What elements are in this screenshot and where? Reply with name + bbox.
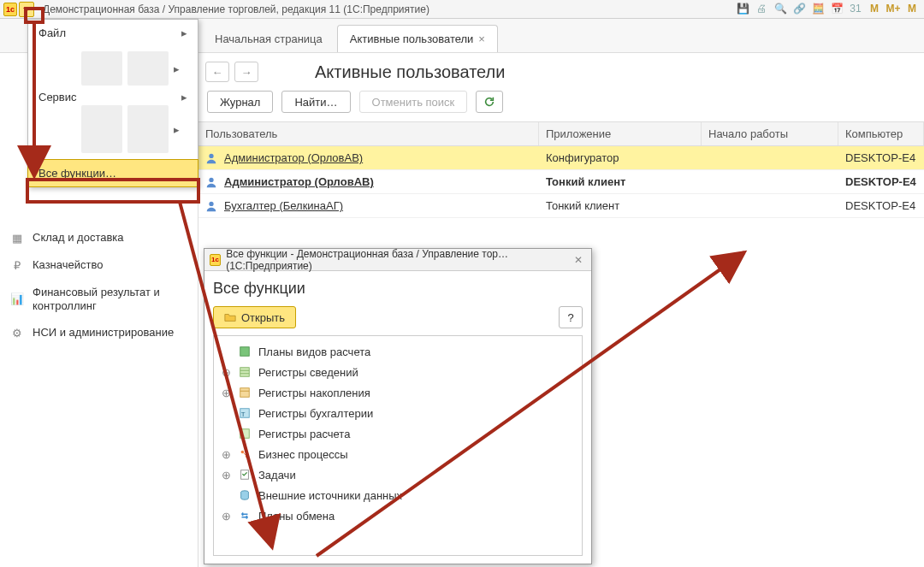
accounting-register-icon: T <box>238 406 252 420</box>
expand-icon[interactable]: ⊕ <box>221 448 231 461</box>
col-app[interactable]: Приложение <box>539 122 702 145</box>
tree-node[interactable]: T Регистры бухгалтерии <box>216 403 580 423</box>
exchange-plan-icon <box>238 509 252 523</box>
sidebar-item-warehouse[interactable]: ▦ Склад и доставка <box>0 224 198 251</box>
help-button[interactable]: ? <box>559 306 583 328</box>
tree-node-label: Регистры бухгалтерии <box>258 407 373 420</box>
tree-node[interactable]: Планы видов расчета <box>216 341 580 362</box>
user-icon <box>205 176 217 188</box>
cell-computer: DESKTOP-E4 <box>838 195 924 216</box>
m-icon[interactable]: M <box>868 2 881 15</box>
bizproc-icon <box>238 447 252 461</box>
calc-plan-icon <box>238 345 252 358</box>
col-user[interactable]: Пользователь <box>198 122 539 145</box>
submenu-arrow-icon: ▸ <box>174 123 180 136</box>
gear-icon: ⚙ <box>10 326 24 340</box>
tab-active-users[interactable]: Активные пользователи × <box>337 25 498 52</box>
main-menu: Файл ▸ ▸ Сервис ▸ ▸ Все функции… <box>27 19 198 187</box>
tree-node-label: Внешние источники данных <box>258 489 402 502</box>
calendar-icon[interactable]: 📅 <box>830 2 844 15</box>
print-icon[interactable]: 🖨 <box>755 2 768 15</box>
main-menu-dropdown-button[interactable] <box>19 2 34 17</box>
thumb-placeholder[interactable] <box>81 105 122 153</box>
cell-start <box>702 202 838 210</box>
expand-icon[interactable]: ⊕ <box>221 510 231 523</box>
col-computer[interactable]: Компьютер <box>838 122 924 145</box>
open-button-label: Открыть <box>241 311 285 324</box>
calc-icon[interactable]: 🧮 <box>811 2 825 15</box>
expand-icon[interactable]: ⊕ <box>221 366 231 379</box>
tree-node[interactable]: ⊕ Планы обмена <box>216 505 580 526</box>
svg-line-15 <box>243 452 246 456</box>
titlebar: 1c Демонстрационная база / Управление то… <box>0 0 924 19</box>
user-link[interactable]: Администратор (ОрловАВ) <box>224 175 374 188</box>
menu-item-service[interactable]: Сервис ▸ <box>28 86 198 103</box>
cell-app: Конфигуратор <box>539 147 702 168</box>
svg-point-1 <box>209 153 213 157</box>
menu-item-file[interactable]: Файл ▸ <box>28 20 198 46</box>
submenu-arrow-icon: ▸ <box>181 27 187 39</box>
tree-node[interactable]: Регистры расчета <box>216 423 580 444</box>
mplus-icon[interactable]: M+ <box>886 2 900 15</box>
refresh-button[interactable] <box>476 91 503 113</box>
ruble-icon: ₽ <box>10 258 24 272</box>
menu-item-all-functions[interactable]: Все функции… <box>27 159 198 187</box>
thumb-placeholder[interactable] <box>127 51 169 86</box>
nav-back-button[interactable]: ← <box>205 62 229 82</box>
date-icon[interactable]: 31 <box>849 2 862 15</box>
cell-app: Тонкий клиент <box>539 195 702 216</box>
link-icon[interactable]: 🔗 <box>792 2 806 15</box>
submenu-arrow-icon: ▸ <box>174 62 180 75</box>
table-row[interactable]: Администратор (ОрловАВ) Тонкий клиент DE… <box>198 170 924 194</box>
tree-node[interactable]: ⊕ Бизнес процессы <box>216 444 580 464</box>
user-link[interactable]: Администратор (ОрловАВ) <box>224 151 363 164</box>
user-icon <box>205 152 217 164</box>
find-button[interactable]: Найти… <box>281 91 350 113</box>
table-row[interactable]: Бухгалтер (БелкинаАГ) Тонкий клиент DESK… <box>198 194 924 218</box>
cell-computer: DESKTOP-E4 <box>838 147 924 168</box>
user-icon <box>205 200 217 212</box>
window-title: Демонстрационная база / Управление торго… <box>43 3 429 15</box>
svg-point-2 <box>209 177 213 181</box>
col-start[interactable]: Начало работы <box>702 122 838 145</box>
search-icon[interactable]: 🔍 <box>773 2 787 15</box>
user-link[interactable]: Бухгалтер (БелкинаАГ) <box>224 199 343 212</box>
thumb-placeholder[interactable] <box>127 105 169 153</box>
expand-icon[interactable]: ⊕ <box>221 387 231 399</box>
chart-icon: 📊 <box>10 292 24 306</box>
tree-node[interactable]: ⊕ Регистры сведений <box>216 362 580 382</box>
tree-node-label: Регистры расчета <box>258 428 350 440</box>
sidebar-item-label: Склад и доставка <box>33 231 124 245</box>
dialog-titlebar[interactable]: 1c Все функции - Демонстрационная база /… <box>204 249 591 271</box>
info-register-icon <box>238 365 252 379</box>
svg-text:T: T <box>241 410 246 418</box>
m2-icon[interactable]: M <box>905 2 919 15</box>
refresh-icon <box>483 96 495 108</box>
task-icon <box>238 468 252 481</box>
journal-button[interactable]: Журнал <box>207 91 273 113</box>
tree-node[interactable]: ⊕ Регистры накопления <box>216 382 580 403</box>
expand-icon[interactable]: ⊕ <box>221 469 231 481</box>
sidebar-item-treasury[interactable]: ₽ Казначейство <box>0 251 198 279</box>
users-grid: Пользователь Приложение Начало работы Ко… <box>198 121 924 218</box>
tree-node-label: Задачи <box>258 469 296 481</box>
app-logo-icon: 1c <box>3 3 17 16</box>
svg-rect-5 <box>240 368 250 377</box>
sidebar-item-nsi[interactable]: ⚙ НСИ и администрирование <box>0 319 198 346</box>
tree-node[interactable]: Внешние источники данных <box>216 485 580 505</box>
sidebar-item-finresult[interactable]: 📊 Финансовый результат и контроллинг <box>0 279 198 319</box>
dialog-header: Все функции <box>204 271 591 303</box>
nav-forward-button[interactable]: → <box>234 62 258 82</box>
cell-computer: DESKTOP-E4 <box>838 171 924 192</box>
save-icon[interactable]: 💾 <box>736 2 749 15</box>
page-title: Активные пользователи <box>315 62 505 82</box>
tree-node[interactable]: ⊕ Задачи <box>216 464 580 485</box>
functions-tree[interactable]: Планы видов расчета ⊕ Регистры сведений … <box>213 335 583 556</box>
tab-start-page[interactable]: Начальная страница <box>202 25 335 52</box>
thumb-placeholder[interactable] <box>81 51 122 86</box>
close-icon[interactable]: × <box>478 32 485 45</box>
page-header: ← → Активные пользователи <box>198 53 924 87</box>
open-button[interactable]: Открыть <box>213 306 296 328</box>
table-row[interactable]: Администратор (ОрловАВ) Конфигуратор DES… <box>198 146 924 170</box>
close-icon[interactable]: ✕ <box>571 254 586 266</box>
